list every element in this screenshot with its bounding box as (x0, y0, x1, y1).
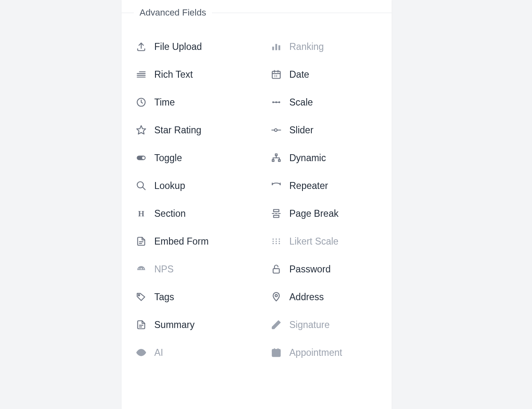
dynamic-icon (271, 152, 282, 164)
field-picker-panel: Advanced Fields File Upload Ranking Rich… (122, 0, 392, 409)
svg-rect-2 (278, 45, 280, 50)
field-label: Embed Form (154, 236, 209, 247)
field-label: Scale (289, 97, 313, 108)
field-toggle[interactable]: Toggle (122, 144, 257, 172)
field-appointment: Appointment (257, 339, 392, 366)
svg-point-58 (140, 351, 143, 354)
field-scale[interactable]: Scale (257, 88, 392, 116)
svg-rect-32 (278, 160, 280, 161)
toggle-icon (135, 152, 147, 164)
svg-point-48 (275, 243, 277, 244)
ranking-icon (271, 41, 282, 52)
field-address[interactable]: Address (257, 283, 392, 311)
field-dynamic[interactable]: Dynamic (257, 144, 392, 172)
field-slider[interactable]: Slider (257, 116, 392, 144)
field-likert-scale: Likert Scale (257, 227, 392, 255)
fields-grid: File Upload Ranking Rich Text Date (122, 25, 392, 366)
pin-icon (271, 291, 282, 303)
file-icon (135, 319, 147, 330)
field-embed-form[interactable]: Embed Form (122, 227, 257, 255)
svg-rect-31 (272, 160, 274, 161)
field-label: Rich Text (154, 69, 193, 80)
lock-icon (271, 263, 282, 275)
field-ai: AI (122, 339, 257, 366)
field-section[interactable]: H Section (122, 200, 257, 227)
field-label: Toggle (154, 153, 182, 164)
field-label: Date (289, 69, 309, 80)
svg-text:H: H (138, 209, 144, 218)
field-ranking: Ranking (257, 33, 392, 61)
field-label: AI (154, 347, 163, 358)
svg-point-22 (275, 129, 277, 132)
field-summary[interactable]: Summary (122, 311, 257, 339)
calendar-icon (271, 69, 282, 80)
field-label: File Upload (154, 41, 202, 52)
field-label: Signature (289, 319, 329, 330)
field-label: Lookup (154, 180, 185, 191)
scale-icon (271, 97, 282, 108)
field-label: Section (154, 208, 186, 219)
star-icon (135, 124, 147, 136)
svg-point-52 (143, 268, 144, 269)
svg-line-34 (142, 187, 145, 190)
field-label: Appointment (289, 347, 342, 358)
file-icon (135, 236, 147, 247)
field-label: Repeater (289, 180, 328, 191)
section-title: Advanced Fields (134, 7, 212, 18)
field-label: Page Break (289, 208, 338, 219)
svg-point-50 (140, 268, 142, 269)
field-repeater[interactable]: Repeater (257, 172, 392, 200)
field-nps: NPS (122, 255, 257, 283)
field-label: Password (289, 264, 331, 275)
calendar-icon (271, 347, 282, 358)
rich-text-icon (135, 69, 147, 80)
field-label: NPS (154, 264, 174, 275)
field-lookup[interactable]: Lookup (122, 172, 257, 200)
field-signature: Signature (257, 311, 392, 339)
field-label: Likert Scale (289, 236, 338, 247)
field-label: Tags (154, 292, 174, 303)
slider-icon (271, 124, 282, 136)
field-rich-text[interactable]: Rich Text (122, 61, 257, 88)
svg-marker-20 (137, 126, 146, 134)
svg-rect-7 (272, 71, 280, 78)
eye-icon (135, 347, 147, 358)
pen-icon (271, 319, 282, 330)
likert-icon (271, 236, 282, 247)
field-label: Summary (154, 319, 194, 330)
field-time[interactable]: Time (122, 88, 257, 116)
svg-rect-53 (273, 269, 279, 273)
svg-rect-0 (272, 47, 274, 50)
repeater-icon (271, 180, 282, 191)
gauge-icon (135, 263, 147, 275)
clock-icon (135, 97, 147, 108)
field-tags[interactable]: Tags (122, 283, 257, 311)
field-star-rating[interactable]: Star Rating (122, 116, 257, 144)
page-break-icon (271, 208, 282, 219)
tag-icon (135, 291, 147, 303)
svg-point-49 (279, 243, 280, 244)
field-label: Star Rating (154, 125, 201, 136)
svg-point-25 (142, 157, 145, 160)
field-date[interactable]: Date (257, 61, 392, 88)
field-label: Dynamic (289, 153, 326, 164)
field-label: Time (154, 97, 175, 108)
svg-point-47 (273, 243, 274, 244)
section-header: Advanced Fields (122, 0, 392, 25)
svg-point-46 (279, 240, 280, 242)
field-file-upload[interactable]: File Upload (122, 33, 257, 61)
svg-point-55 (275, 294, 277, 297)
upload-icon (135, 41, 147, 52)
field-password[interactable]: Password (257, 255, 392, 283)
svg-point-45 (275, 240, 277, 242)
field-label: Address (289, 292, 324, 303)
heading-icon: H (135, 208, 147, 219)
svg-point-54 (138, 294, 140, 296)
svg-rect-1 (275, 44, 277, 50)
search-icon (135, 180, 147, 191)
svg-point-42 (275, 238, 277, 240)
svg-point-51 (139, 268, 140, 269)
field-page-break[interactable]: Page Break (257, 200, 392, 227)
svg-point-44 (273, 240, 274, 242)
field-label: Slider (289, 125, 313, 136)
